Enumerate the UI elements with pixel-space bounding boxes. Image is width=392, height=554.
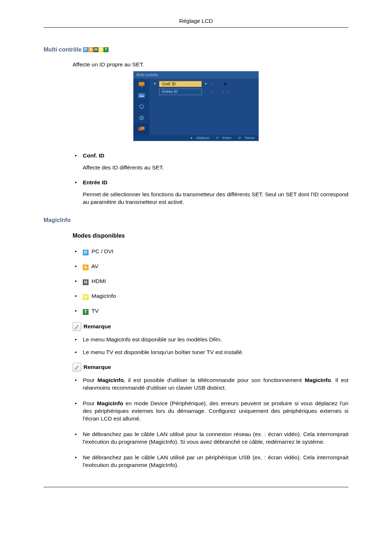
- osd-tab-input-icon: [134, 79, 150, 90]
- osd-main: ◄ Conf. ID ► : 0 Entrée ID : - -: [150, 79, 258, 135]
- note-tv-tuner: Le menu TV est disponible lorsqu'un boît…: [73, 349, 348, 356]
- enter-key-icon: ↵: [216, 136, 219, 140]
- osd-tab-picture-icon: [134, 90, 150, 101]
- mode-tv: T TV: [73, 307, 348, 315]
- heading-text: Multi contrôle: [44, 46, 82, 54]
- svg-rect-9: [75, 328, 76, 329]
- svg-point-6: [141, 117, 142, 119]
- remarque-label: Remarque: [83, 323, 111, 331]
- osd-sidebar: [134, 79, 150, 135]
- arrow-left-icon: ◄: [153, 82, 156, 86]
- mode-label: AV: [91, 263, 98, 269]
- svg-rect-1: [140, 86, 143, 87]
- mode-label: MagicInfo: [91, 293, 116, 299]
- mode-hdmi: H HDMI: [73, 278, 348, 285]
- header-rule: [44, 27, 348, 28]
- note-remote: Pour MagicInfo, il est possible d'utilis…: [73, 377, 348, 392]
- remarque-block-1: Remarque: [73, 322, 348, 331]
- item-title: Conf. ID: [83, 152, 348, 160]
- osd-tab-multicontrol-icon: [134, 124, 150, 135]
- remarque-label: Remarque: [83, 364, 111, 371]
- osd-title: Multi contrôle: [134, 71, 258, 79]
- osd-field-entree-id: Entrée ID: [159, 89, 202, 95]
- note-device-mode: Pour MagicInfo en mode Device (Périphéri…: [73, 400, 348, 423]
- item-title: Entrée ID: [83, 179, 348, 186]
- osd-sep: :: [211, 89, 213, 95]
- page: Réglage LCD Multi contrôle P A H M T Aff…: [0, 0, 392, 554]
- osd-screenshot: Multi contrôle: [133, 71, 259, 141]
- osd-footer-enter: Entrer: [222, 136, 232, 140]
- modes-list: P PC / DVI A AV H HDMI M MagicInfo T TV: [73, 248, 348, 315]
- badge-p-icon: P: [83, 250, 89, 255]
- multi-controle-items: Conf. ID Affecte des ID différents au SE…: [73, 152, 348, 206]
- osd-footer-move: Déplacer: [196, 136, 209, 140]
- section-heading-magicinfo: MagicInfo: [44, 216, 348, 224]
- badge-a-icon: A: [83, 264, 89, 270]
- badge-t-icon: T: [103, 47, 109, 52]
- osd-value-conf-id: 0: [216, 81, 235, 87]
- item-entree-id: Entrée ID Permet de sélectionner les fon…: [73, 179, 348, 206]
- arrow-right-icon: ►: [205, 82, 208, 86]
- notes-long-list: Pour MagicInfo, il est possible d'utilis…: [73, 377, 348, 469]
- multi-controle-intro: Affecte un ID propre au SET.: [73, 61, 348, 69]
- mode-label: PC / DVI: [91, 248, 113, 254]
- badge-h-icon: H: [83, 279, 89, 285]
- osd-row-entree-id: Entrée ID : - -: [153, 89, 255, 95]
- svg-rect-10: [75, 369, 76, 369]
- mode-label: TV: [91, 308, 99, 314]
- item-body: Affecte des ID différents au SET.: [83, 164, 348, 172]
- svg-rect-2: [138, 93, 145, 98]
- mode-pc-dvi: P PC / DVI: [73, 248, 348, 255]
- osd-row-conf-id: ◄ Conf. ID ► : 0: [153, 81, 255, 87]
- footer-rule: [44, 487, 348, 487]
- mode-av: A AV: [73, 263, 348, 270]
- return-key-icon: ↺: [238, 136, 241, 140]
- badge-m-icon: M: [98, 47, 103, 52]
- osd-body: ◄ Conf. ID ► : 0 Entrée ID : - -: [134, 79, 258, 135]
- osd-value-entree-id: - -: [216, 89, 235, 95]
- mode-label: HDMI: [91, 278, 106, 284]
- note-lan-usb: Ne débranchez pas le câble LAN utilisé p…: [73, 454, 348, 469]
- svg-rect-8: [140, 127, 144, 130]
- badge-h-icon: H: [93, 47, 98, 52]
- osd-panel: Multi contrôle: [133, 71, 259, 141]
- section-heading-multi-controle: Multi contrôle P A H M T: [44, 46, 348, 54]
- osd-footer-return: Retour: [245, 136, 255, 140]
- badge-p-icon: P: [83, 47, 88, 52]
- mode-badge-row: P A H M T: [83, 47, 109, 52]
- osd-footer: ♦ Déplacer ↵ Entrer ↺ Retour: [134, 135, 258, 141]
- item-body: Permet de sélectionner les fonctions du …: [83, 191, 348, 206]
- note-magicinfo-drn: Le menu MagicInfo est disponible sur les…: [73, 336, 348, 344]
- item-conf-id: Conf. ID Affecte des ID différents au SE…: [73, 152, 348, 172]
- osd-tab-setup-icon: [134, 112, 150, 124]
- note-icon: [73, 363, 81, 372]
- note-icon: [73, 322, 81, 331]
- move-key-icon: ♦: [191, 136, 192, 140]
- badge-t-icon: T: [83, 309, 89, 315]
- notes-short-list: Le menu MagicInfo est disponible sur les…: [73, 336, 348, 356]
- osd-field-conf-id: Conf. ID: [159, 81, 202, 87]
- badge-m-icon: M: [83, 294, 89, 300]
- page-title: Réglage LCD: [44, 17, 348, 25]
- note-lan-network: Ne débranchez pas le câble LAN utilisé p…: [73, 431, 348, 446]
- badge-a-icon: A: [88, 47, 93, 52]
- svg-rect-0: [139, 82, 144, 86]
- osd-sep: :: [211, 81, 213, 87]
- mode-magicinfo: M MagicInfo: [73, 292, 348, 300]
- svg-point-4: [140, 105, 143, 108]
- remarque-block-2: Remarque: [73, 363, 348, 372]
- osd-tab-sound-icon: [134, 101, 150, 112]
- subheading-modes: Modes disponibles: [73, 232, 348, 240]
